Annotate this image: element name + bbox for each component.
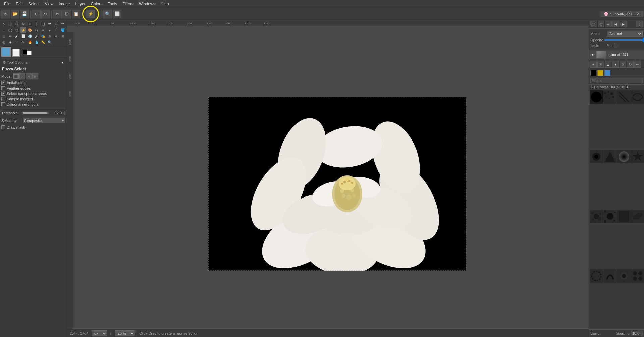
panel-paths-icon[interactable]: ✒ (605, 21, 612, 27)
tool-clone[interactable]: ⊕ (47, 33, 53, 39)
menu-windows[interactable]: Windows (136, 1, 158, 7)
brush-cell[interactable] (590, 150, 603, 163)
menu-edit[interactable]: Edit (13, 1, 25, 7)
tool-smudge[interactable]: 〰 (14, 39, 20, 45)
tool-fuzzy-select[interactable]: ⚡ (20, 27, 26, 33)
brush-cell[interactable] (590, 210, 603, 223)
brush-cell[interactable] (617, 210, 631, 223)
panel-menu-icon[interactable]: ⋮ (636, 21, 643, 27)
tool-cage[interactable]: ⬡ (53, 21, 59, 27)
menu-filters[interactable]: Filters (120, 1, 136, 7)
menu-help[interactable]: Help (158, 1, 172, 7)
blue-dot[interactable] (604, 70, 610, 76)
menu-file[interactable]: File (1, 1, 13, 7)
mode-subtract[interactable]: - (26, 73, 32, 79)
zoom-button[interactable]: 🔍 (103, 10, 112, 18)
brush-cell[interactable] (617, 90, 631, 104)
cut-button[interactable]: ✂ (53, 10, 62, 18)
tool-blur[interactable]: ◎ (1, 39, 7, 45)
redo-button[interactable]: ↪ (41, 10, 50, 18)
unit-select[interactable]: px % mm (92, 330, 107, 336)
brush-cell[interactable] (603, 269, 617, 283)
panel-expand-icon[interactable]: ▶ (620, 21, 627, 27)
menu-image[interactable]: Image (56, 1, 72, 7)
brush-filter-input[interactable] (590, 78, 643, 83)
tool-heal[interactable]: ✚ (53, 33, 59, 39)
menu-select[interactable]: Select (25, 1, 42, 7)
menu-tools[interactable]: Tools (105, 1, 120, 7)
tool-paintbrush[interactable]: 🖌 (14, 33, 20, 39)
brush-cell[interactable] (631, 269, 644, 283)
brush-cell[interactable] (631, 210, 644, 223)
menu-colors[interactable]: Colors (88, 1, 105, 7)
select-transparent-checkbox[interactable] (1, 92, 5, 96)
image-tab[interactable]: 🌸 quino-al-1371... ✕ (601, 11, 643, 17)
mode-dropdown[interactable]: Normal Multiply Screen (607, 31, 643, 37)
swap-colors-icon[interactable] (27, 51, 32, 55)
tool-mypaint[interactable]: 🎭 (40, 33, 46, 39)
delete-brush-btn[interactable]: ✕ (620, 61, 626, 68)
yellow-dot[interactable] (597, 70, 603, 76)
tool-color-picker[interactable]: 💧 (34, 39, 40, 45)
tool-shear[interactable]: ∥ (34, 21, 40, 27)
layer-item[interactable]: 👁 quino-al-1371 (589, 50, 644, 60)
brush-cell[interactable] (631, 90, 644, 104)
brush-cell[interactable] (590, 269, 603, 283)
tool-options-collapse[interactable]: ▼ (61, 61, 64, 64)
panel-channels-icon[interactable]: ⬡ (598, 21, 604, 27)
tool-bucket[interactable]: 🪣 (60, 27, 66, 33)
tool-eraser[interactable]: ⬜ (20, 33, 26, 39)
tool-path[interactable]: ✒ (47, 27, 53, 33)
new-button[interactable]: ⎋ (1, 10, 10, 18)
refresh-brush-btn[interactable]: ↻ (627, 61, 634, 68)
tool-by-color[interactable]: 🎨 (27, 27, 33, 33)
tool-free-select[interactable]: ⬠ (14, 27, 20, 33)
layer-visibility-icon[interactable]: 👁 (590, 52, 595, 57)
threshold-spinners[interactable]: ▲ ▼ (63, 110, 65, 116)
tool-scissors[interactable]: ✂ (34, 27, 40, 33)
tool-flip[interactable]: ⇌ (47, 21, 53, 27)
black-dot[interactable] (590, 70, 596, 76)
tool-move[interactable]: ↖ (1, 21, 7, 27)
mode-add[interactable]: + (19, 73, 25, 79)
up-brush-btn[interactable]: ▲ (605, 61, 611, 68)
duplicate-brush-btn[interactable]: ⎘ (597, 61, 604, 68)
menu-view[interactable]: View (42, 1, 56, 7)
mode-replace[interactable]: ⬛ (13, 73, 19, 79)
tool-airbrush[interactable]: 💨 (27, 33, 33, 39)
tool-rotate[interactable]: ↻ (20, 21, 26, 27)
tool-align[interactable]: ⬚ (7, 21, 13, 27)
panel-collapse-icon[interactable]: ◀ (612, 21, 619, 27)
diagonal-neighbors-checkbox[interactable] (1, 102, 5, 106)
brush-cell[interactable] (603, 210, 617, 223)
brush-cell[interactable] (617, 150, 631, 163)
mode-intersect[interactable]: ∩ (32, 73, 38, 79)
threshold-value[interactable]: 92.0 (50, 111, 62, 115)
feather-edges-checkbox[interactable] (1, 86, 5, 90)
brush-cell[interactable] (590, 90, 603, 104)
spacing-input[interactable] (631, 331, 643, 336)
tool-perspective-clone[interactable]: ⊞ (60, 33, 66, 39)
brush-cell[interactable] (631, 150, 644, 163)
tool-pencil[interactable]: ✏ (7, 33, 13, 39)
flower-image[interactable] (208, 97, 466, 271)
tool-scale[interactable]: ⊞ (27, 21, 33, 27)
tool-burn[interactable]: 🔥 (27, 39, 33, 45)
tool-ink[interactable]: 🖊 (34, 33, 40, 39)
down-brush-btn[interactable]: ▼ (612, 61, 619, 68)
image-tab-close[interactable]: ✕ (637, 12, 640, 16)
lock-pixels-icon[interactable]: ✎ (607, 43, 610, 48)
brush-cell[interactable] (603, 90, 617, 104)
tool-ellipse-select[interactable]: ◯ (7, 27, 13, 33)
view-button[interactable]: ⬜ (113, 10, 121, 18)
zoom-select[interactable]: 25 % 50 % 100 % (115, 330, 135, 336)
antialiasing-checkbox[interactable] (1, 81, 5, 85)
tool-crop[interactable]: ⊡ (14, 21, 20, 27)
draw-mask-checkbox[interactable] (1, 125, 5, 129)
tool-perspective[interactable]: ◳ (40, 21, 46, 27)
tool-blend[interactable]: ▤ (1, 33, 7, 39)
tool-dodge[interactable]: ☀ (20, 39, 26, 45)
threshold-slider[interactable] (23, 112, 49, 114)
brush-cell[interactable] (603, 150, 617, 163)
brush-cell[interactable] (617, 269, 631, 283)
